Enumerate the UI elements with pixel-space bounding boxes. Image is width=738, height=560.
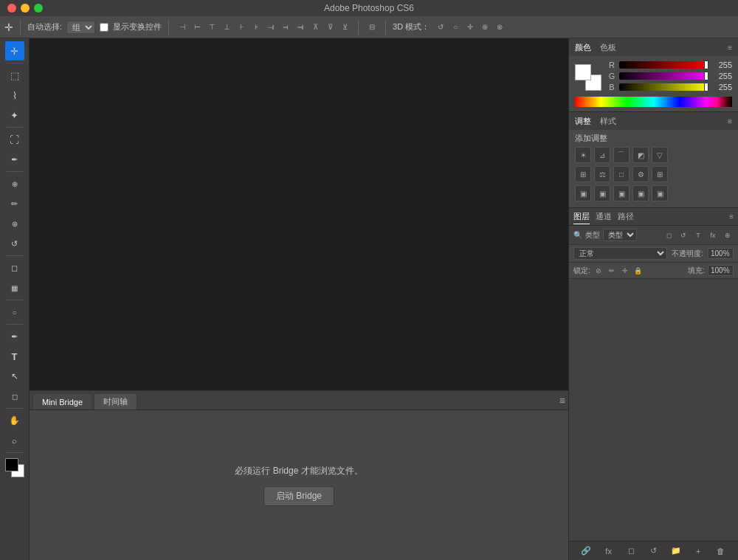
color-tab[interactable]: 颜色 [575, 42, 591, 53]
styles-tab[interactable]: 样式 [600, 116, 616, 127]
3d-pan-icon[interactable]: ✛ [463, 21, 477, 34]
layers-tool-icon-2[interactable]: ↺ [677, 229, 689, 241]
delete-layer-icon[interactable]: 🗑 [714, 545, 728, 558]
distribute-top-icon[interactable]: ⊼ [308, 21, 322, 34]
lock-all-icon[interactable]: 🔒 [633, 266, 644, 276]
color-lookup-icon[interactable]: ▣ [575, 185, 591, 201]
hue-sat-icon[interactable]: ⊞ [575, 166, 591, 182]
add-mask-icon[interactable]: ◻ [624, 545, 638, 558]
hand-tool-btn[interactable]: ✋ [5, 411, 24, 430]
auto-select-dropdown[interactable]: 组 [66, 21, 95, 34]
distribute-right-icon[interactable]: ⫥ [294, 21, 307, 34]
fx-link-icon[interactable]: 🔗 [579, 545, 593, 558]
launch-bridge-button[interactable]: 启动 Bridge [263, 486, 334, 506]
distribute-bottom-icon[interactable]: ⊻ [338, 21, 351, 34]
align-center-icon[interactable]: ⊢ [190, 21, 204, 34]
path-select-tool-btn[interactable]: ↖ [5, 367, 24, 386]
r-slider[interactable] [619, 61, 708, 69]
shape-tool-btn[interactable]: ◻ [5, 387, 24, 406]
zoom-tool-btn[interactable]: ⌕ [5, 431, 24, 450]
new-fill-icon[interactable]: ↺ [646, 545, 660, 558]
pen-tool-btn[interactable]: ✒ [5, 327, 24, 346]
move-tool-toolbar-icon[interactable]: ✛ [4, 21, 13, 33]
brush-tool-btn[interactable]: ✏ [5, 194, 24, 213]
layers-tab[interactable]: 图层 [573, 210, 590, 224]
filter-type-select[interactable]: 类型 [603, 229, 637, 241]
mini-bridge-tab[interactable]: Mini Bridge [32, 393, 92, 409]
history-brush-tool-btn[interactable]: ↺ [5, 234, 24, 253]
adjustments-tab[interactable]: 调整 [575, 116, 591, 127]
fill-input[interactable] [708, 265, 734, 276]
layers-tool-icon-4[interactable]: fx [707, 229, 719, 241]
3d-scale-icon[interactable]: ⊗ [493, 21, 506, 34]
crop-tool-btn[interactable]: ⛶ [5, 130, 24, 149]
photo-filter-icon[interactable]: ⚙ [632, 166, 649, 182]
curves-icon[interactable]: ⌒ [613, 147, 630, 163]
canvas-area[interactable] [30, 38, 568, 390]
channel-mixer-icon[interactable]: ⊞ [652, 166, 668, 182]
adj-panel-collapse-icon[interactable]: ≡ [728, 117, 732, 125]
fx-effects-icon[interactable]: fx [602, 545, 615, 558]
spot-heal-tool-btn[interactable]: ⊕ [5, 174, 24, 193]
fg-bg-swatches[interactable] [575, 64, 601, 91]
3d-rotate-icon[interactable]: ↺ [434, 21, 447, 34]
color-balance-icon[interactable]: ⚖ [594, 166, 610, 182]
gradient-tool-btn[interactable]: ▦ [5, 278, 24, 297]
swatches-tab[interactable]: 色板 [600, 42, 616, 53]
layers-tool-icon-3[interactable]: T [692, 229, 704, 241]
distribute-center-icon[interactable]: ⫤ [279, 21, 292, 34]
new-group-icon[interactable]: 📁 [669, 545, 683, 558]
layers-tool-icon-1[interactable]: ◻ [663, 229, 675, 241]
type-tool-btn[interactable]: T [5, 347, 24, 366]
paths-tab[interactable]: 路径 [618, 210, 634, 224]
distribute-left-icon[interactable]: ⫣ [264, 21, 277, 34]
align-top-icon[interactable]: ⊥ [220, 21, 233, 34]
dodge-tool-btn[interactable]: ○ [5, 303, 24, 322]
maximize-button[interactable] [34, 4, 43, 13]
auto-align-icon[interactable]: ⊟ [365, 21, 379, 34]
vibrance-icon[interactable]: ▽ [652, 147, 668, 163]
b-slider[interactable] [619, 83, 708, 91]
eraser-tool-btn[interactable]: ◻ [5, 258, 24, 277]
opacity-input[interactable] [708, 248, 734, 259]
layers-panel-menu-icon[interactable]: ≡ [729, 212, 734, 221]
channels-tab[interactable]: 通道 [596, 210, 612, 224]
distribute-middle-icon[interactable]: ⊽ [323, 21, 337, 34]
window-controls[interactable] [7, 4, 43, 13]
blend-mode-select[interactable]: 正常 [573, 247, 667, 260]
posterize-icon[interactable]: ▣ [613, 185, 630, 201]
eyedropper-tool-btn[interactable]: ✒ [5, 150, 24, 169]
invert-icon[interactable]: ▣ [594, 185, 610, 201]
spectrum-bar[interactable] [575, 97, 732, 107]
bottom-panel-menu-icon[interactable]: ≡ [559, 395, 565, 407]
show-transform-checkbox[interactable] [100, 23, 108, 32]
color-panel-collapse-icon[interactable]: ≡ [728, 44, 732, 52]
quick-select-tool-btn[interactable]: ✦ [5, 106, 24, 125]
marquee-tool-btn[interactable]: ⬚ [5, 66, 24, 85]
black-white-icon[interactable]: □ [613, 166, 630, 182]
align-right-icon[interactable]: ⊤ [205, 21, 218, 34]
3d-roll-icon[interactable]: ○ [449, 21, 462, 34]
minimize-button[interactable] [21, 4, 30, 13]
new-layer-icon[interactable]: + [692, 545, 705, 558]
g-slider-thumb[interactable] [704, 72, 708, 80]
foreground-color-swatch[interactable] [5, 458, 18, 471]
threshold-icon[interactable]: ▣ [632, 185, 649, 201]
lock-paint-icon[interactable]: ✏ [607, 266, 617, 276]
close-button[interactable] [7, 4, 16, 13]
lock-transparent-icon[interactable]: ⊘ [593, 266, 604, 276]
brightness-contrast-icon[interactable]: ☀ [575, 147, 591, 163]
align-left-icon[interactable]: ⊣ [176, 21, 189, 34]
r-slider-thumb[interactable] [704, 61, 708, 69]
move-tool-btn[interactable]: ✛ [5, 41, 24, 61]
align-bottom-icon[interactable]: ⊧ [249, 21, 263, 34]
levels-icon[interactable]: ⊿ [594, 147, 610, 163]
color-swatches[interactable] [5, 458, 24, 477]
exposure-icon[interactable]: ◩ [632, 147, 649, 163]
clone-tool-btn[interactable]: ⊛ [5, 214, 24, 233]
3d-slide-icon[interactable]: ⊕ [478, 21, 492, 34]
gradient-map-icon[interactable]: ▣ [652, 185, 668, 201]
lock-move-icon[interactable]: ✛ [620, 266, 630, 276]
lasso-tool-btn[interactable]: ⌇ [5, 86, 24, 105]
panel-fg-swatch[interactable] [575, 64, 591, 80]
